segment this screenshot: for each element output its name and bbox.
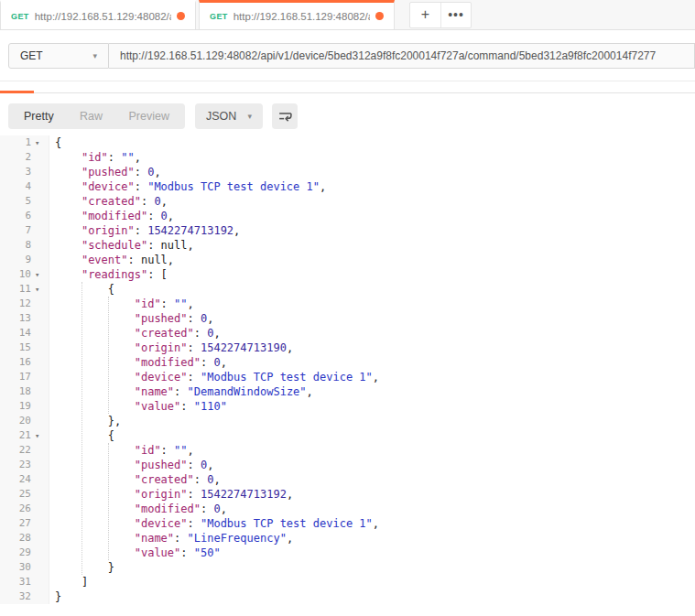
request-tab[interactable]: GEThttp://192.168.51.129:48082/api/ bbox=[0, 0, 196, 29]
line-number: 9 bbox=[0, 253, 31, 267]
gutter: 31 bbox=[0, 575, 49, 589]
gutter: 3 bbox=[0, 165, 49, 179]
gutter: 16 bbox=[0, 355, 49, 370]
fold-spacer bbox=[31, 472, 49, 487]
gutter: 20 bbox=[0, 414, 49, 428]
fold-spacer bbox=[31, 487, 49, 502]
code-text: { bbox=[49, 135, 61, 150]
gutter: 13 bbox=[0, 311, 49, 326]
code-text: } bbox=[49, 589, 61, 604]
method-select[interactable]: GET ▾ bbox=[8, 43, 109, 69]
fold-spacer bbox=[31, 370, 49, 384]
indent-guide bbox=[108, 297, 109, 414]
language-label: JSON bbox=[206, 110, 236, 123]
fold-spacer bbox=[31, 253, 49, 267]
indent-guide bbox=[81, 282, 82, 575]
fold-spacer bbox=[31, 575, 49, 589]
tab-bar: GEThttp://192.168.51.129:48082/api/GETht… bbox=[0, 0, 695, 30]
fold-spacer bbox=[31, 340, 49, 355]
fold-spacer bbox=[31, 458, 49, 472]
line-number: 18 bbox=[0, 384, 31, 399]
code-line: 27 "device": "Modbus TCP test device 1", bbox=[0, 516, 695, 531]
gutter: 28 bbox=[0, 531, 49, 546]
url-value: http://192.168.51.129:48082/api/v1/devic… bbox=[120, 49, 656, 62]
url-input[interactable]: http://192.168.51.129:48082/api/v1/devic… bbox=[109, 43, 695, 69]
code-line: 12 "id": "", bbox=[0, 297, 695, 311]
request-row: GET ▾ http://192.168.51.129:48082/api/v1… bbox=[0, 30, 695, 81]
gutter: 1▾ bbox=[0, 135, 49, 150]
fold-spacer bbox=[31, 238, 49, 253]
view-switcher: Pretty Raw Preview bbox=[8, 103, 185, 129]
fold-spacer bbox=[31, 531, 49, 546]
unsaved-dot-icon bbox=[177, 12, 185, 20]
code-text: "readings": [ bbox=[49, 267, 168, 282]
fold-spacer bbox=[31, 589, 49, 604]
gutter: 27 bbox=[0, 516, 49, 531]
line-number: 21 bbox=[0, 428, 31, 443]
code-text: "name": "DemandWindowSize", bbox=[49, 384, 313, 399]
code-line: 15 "origin": 1542274713190, bbox=[0, 340, 695, 355]
code-text: "id": "", bbox=[49, 443, 194, 458]
more-tabs-button[interactable]: ••• bbox=[440, 3, 471, 27]
line-number: 23 bbox=[0, 458, 31, 472]
tab-url-label: http://192.168.51.129:48082/api/ bbox=[35, 11, 171, 22]
line-number: 16 bbox=[0, 355, 31, 370]
code-line: 14 "created": 0, bbox=[0, 326, 695, 340]
code-text: "pushed": 0, bbox=[49, 165, 161, 179]
fold-toggle-icon[interactable]: ▾ bbox=[31, 135, 49, 150]
active-tab-indicator bbox=[0, 91, 34, 93]
code-line: 17 "device": "Modbus TCP test device 1", bbox=[0, 370, 695, 384]
fold-toggle-icon[interactable]: ▾ bbox=[31, 428, 49, 443]
code-line: 11▾ { bbox=[0, 282, 695, 297]
code-line: 2 "id": "", bbox=[0, 150, 695, 165]
code-text: "pushed": 0, bbox=[49, 458, 213, 472]
wrap-text-button[interactable] bbox=[272, 103, 298, 129]
code-line: 24 "created": 0, bbox=[0, 472, 695, 487]
response-body-editor: 1▾{2 "id": "",3 "pushed": 0,4 "device": … bbox=[0, 135, 695, 604]
response-toolbar: Pretty Raw Preview JSON ▾ bbox=[8, 103, 695, 129]
fold-toggle-icon[interactable]: ▾ bbox=[31, 282, 49, 297]
fold-spacer bbox=[31, 384, 49, 399]
line-number: 19 bbox=[0, 399, 31, 414]
line-number: 25 bbox=[0, 487, 31, 502]
code-line: 9 "event": null, bbox=[0, 253, 695, 267]
code-text: "origin": 1542274713192, bbox=[49, 223, 240, 238]
chevron-down-icon: ▾ bbox=[92, 51, 97, 60]
code-line: 19 "value": "110" bbox=[0, 399, 695, 414]
tab-url-label: http://192.168.51.129:48082/api/ bbox=[233, 11, 370, 22]
line-number: 11 bbox=[0, 282, 31, 297]
fold-spacer bbox=[31, 443, 49, 458]
line-number: 22 bbox=[0, 443, 31, 458]
code-line: 31 ] bbox=[0, 575, 695, 589]
line-number: 30 bbox=[0, 560, 31, 575]
gutter: 17 bbox=[0, 370, 49, 384]
code-line: 4 "device": "Modbus TCP test device 1", bbox=[0, 179, 695, 194]
gutter: 6 bbox=[0, 209, 49, 223]
gutter: 21▾ bbox=[0, 428, 49, 443]
tab-method-label: GET bbox=[11, 12, 29, 21]
code-text: "device": "Modbus TCP test device 1", bbox=[49, 370, 379, 384]
code-line: 29 "value": "50" bbox=[0, 546, 695, 560]
request-tab[interactable]: GEThttp://192.168.51.129:48082/api/ bbox=[199, 0, 395, 29]
fold-toggle-icon[interactable]: ▾ bbox=[31, 267, 49, 282]
view-pretty-button[interactable]: Pretty bbox=[24, 110, 54, 123]
code-text: }, bbox=[49, 414, 121, 428]
view-raw-button[interactable]: Raw bbox=[80, 110, 103, 123]
code-line: 21▾ { bbox=[0, 428, 695, 443]
line-number: 2 bbox=[0, 150, 31, 165]
code-line: 5 "created": 0, bbox=[0, 194, 695, 209]
view-preview-button[interactable]: Preview bbox=[129, 110, 169, 123]
code-line: 3 "pushed": 0, bbox=[0, 165, 695, 179]
line-number: 12 bbox=[0, 297, 31, 311]
code-text: "created": 0, bbox=[49, 326, 221, 340]
code-line: 28 "name": "LineFrequency", bbox=[0, 531, 695, 546]
language-select[interactable]: JSON ▾ bbox=[195, 103, 263, 129]
code-line: 18 "name": "DemandWindowSize", bbox=[0, 384, 695, 399]
gutter: 30 bbox=[0, 560, 49, 575]
method-label: GET bbox=[20, 49, 43, 62]
new-tab-button[interactable]: + bbox=[410, 3, 440, 27]
line-number: 8 bbox=[0, 238, 31, 253]
gutter: 14 bbox=[0, 326, 49, 340]
line-number: 3 bbox=[0, 165, 31, 179]
code-text: "event": null, bbox=[49, 253, 174, 267]
